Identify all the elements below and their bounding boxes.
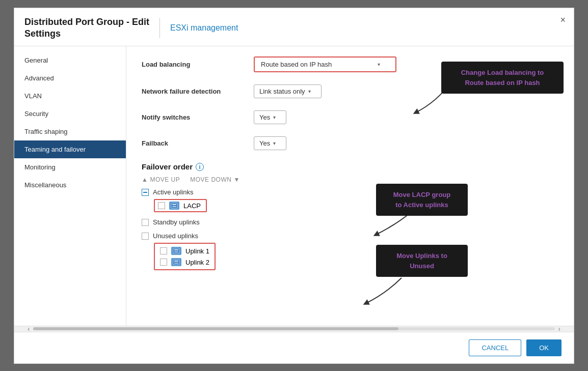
tooltip-move-lacp: Move LACP groupto Active uplinks	[376, 184, 468, 216]
main-content: Load balancing Route based on IP hash ▾ …	[126, 46, 574, 325]
svg-rect-6	[173, 260, 179, 265]
sidebar-item-monitoring[interactable]: Monitoring	[14, 158, 126, 176]
notify-switches-row: Notify switches Yes ▾	[142, 110, 558, 124]
uplink1-checkbox[interactable]	[160, 247, 167, 254]
info-icon[interactable]: i	[196, 163, 204, 171]
svg-rect-0	[171, 203, 177, 208]
unused-uplinks-header: Unused uplinks	[142, 232, 558, 240]
uplink1-label: Uplink 1	[185, 247, 209, 255]
standby-uplinks-group: Standby uplinks	[142, 218, 558, 226]
svg-rect-5	[174, 251, 178, 252]
lacp-checkbox[interactable]	[158, 202, 165, 209]
uplink2-row: Uplink 2	[160, 256, 209, 268]
active-uplinks-label: Active uplinks	[153, 188, 193, 196]
failback-row: Failback Yes ▾	[142, 136, 558, 150]
standby-uplinks-checkbox[interactable]	[142, 219, 149, 226]
dialog-header: Distributed Port Group - Edit Settings E…	[14, 8, 574, 47]
svg-rect-1	[172, 204, 176, 205]
scrollbar-track[interactable]	[33, 327, 555, 330]
scrollbar-thumb	[33, 327, 398, 330]
uplink2-icon	[171, 258, 181, 266]
active-uplinks-group: Active uplinks LACP	[142, 188, 558, 212]
svg-rect-2	[172, 206, 176, 207]
chevron-down-icon: ▾	[273, 115, 276, 120]
notify-switches-select[interactable]: Yes ▾	[254, 110, 286, 124]
dialog-subtitle: ESXi management	[170, 23, 238, 33]
standby-uplinks-label: Standby uplinks	[153, 218, 200, 226]
uplink1-row: Uplink 1	[160, 245, 209, 256]
scroll-right-button[interactable]: ›	[555, 325, 564, 333]
tooltip-change-lb: Change Load balancing toRoute based on I…	[441, 62, 564, 94]
notify-switches-control: Yes ▾	[254, 110, 286, 124]
active-uplinks-header: Active uplinks	[142, 188, 558, 196]
cancel-button[interactable]: CANCEL	[469, 339, 521, 356]
failback-value: Yes	[259, 139, 270, 147]
notify-switches-value: Yes	[259, 113, 270, 121]
uplinks-highlighted-group: Uplink 1 Uplink 2	[154, 243, 216, 270]
tooltip-move-uplinks: Move Uplinks toUnused	[376, 245, 468, 277]
svg-rect-8	[174, 263, 178, 264]
scrollbar-area: ‹ ›	[14, 326, 574, 332]
lacp-item-highlighted: LACP	[154, 199, 207, 212]
sidebar: General Advanced VLAN Security Traffic s…	[14, 46, 126, 325]
sidebar-item-security[interactable]: Security	[14, 105, 126, 123]
notify-switches-label: Notify switches	[142, 113, 254, 121]
lacp-icon	[169, 202, 179, 210]
load-balancing-label: Load balancing	[142, 61, 254, 68]
sidebar-item-teaming-failover[interactable]: Teaming and failover	[14, 140, 126, 158]
failback-label: Failback	[142, 139, 254, 147]
failback-control: Yes ▾	[254, 136, 286, 150]
sidebar-item-general[interactable]: General	[14, 51, 126, 69]
uplink1-icon	[171, 247, 181, 255]
sidebar-item-miscellaneous[interactable]: Miscellaneous	[14, 176, 126, 194]
sidebar-item-traffic-shaping[interactable]: Traffic shaping	[14, 123, 126, 140]
ok-button[interactable]: OK	[526, 339, 562, 356]
move-controls: ▲ MOVE UP MOVE DOWN ▼	[142, 176, 558, 183]
network-failure-select[interactable]: Link status only ▾	[254, 84, 322, 98]
lacp-label: LACP	[183, 202, 201, 210]
standby-uplinks-header: Standby uplinks	[142, 218, 558, 226]
close-button[interactable]: ×	[560, 15, 566, 24]
chevron-down-icon: ▾	[308, 89, 311, 94]
move-up-icon: ▲	[142, 176, 148, 183]
load-balancing-select[interactable]: Route based on IP hash ▾	[254, 56, 396, 72]
move-down-icon: ▼	[233, 176, 239, 183]
unused-uplinks-label: Unused uplinks	[153, 232, 198, 240]
move-down-button[interactable]: MOVE DOWN ▼	[190, 176, 240, 183]
dialog-footer: CANCEL OK	[14, 332, 574, 363]
dialog-title: Distributed Port Group - Edit Settings	[24, 16, 149, 40]
lacp-item-row: LACP	[158, 202, 201, 210]
load-balancing-control: Route based on IP hash ▾	[254, 56, 396, 72]
failback-select[interactable]: Yes ▾	[254, 136, 286, 150]
svg-rect-4	[174, 249, 178, 250]
svg-rect-7	[174, 261, 178, 262]
svg-rect-3	[173, 248, 179, 253]
failover-section-title: Failover order i	[142, 162, 558, 171]
network-failure-value: Link status only	[259, 88, 305, 95]
sidebar-item-vlan[interactable]: VLAN	[14, 87, 126, 105]
network-failure-control: Link status only ▾	[254, 84, 322, 98]
unused-uplinks-group: Unused uplinks Uplink 1	[142, 232, 558, 270]
unused-uplinks-checkbox[interactable]	[142, 233, 149, 240]
chevron-down-icon: ▾	[378, 62, 380, 67]
scroll-left-button[interactable]: ‹	[24, 325, 33, 333]
move-up-button[interactable]: ▲ MOVE UP	[142, 176, 180, 183]
uplink2-label: Uplink 2	[185, 259, 209, 266]
uplink2-checkbox[interactable]	[160, 259, 167, 266]
active-uplinks-checkbox[interactable]	[142, 189, 149, 196]
chevron-down-icon: ▾	[273, 140, 276, 146]
network-failure-label: Network failure detection	[142, 88, 254, 95]
header-divider	[159, 18, 160, 38]
main-dialog: Distributed Port Group - Edit Settings E…	[14, 8, 574, 364]
load-balancing-value: Route based on IP hash	[261, 61, 332, 68]
arrow-tooltip-uplinks	[361, 275, 412, 306]
dialog-body: General Advanced VLAN Security Traffic s…	[14, 46, 574, 325]
sidebar-item-advanced[interactable]: Advanced	[14, 69, 126, 87]
